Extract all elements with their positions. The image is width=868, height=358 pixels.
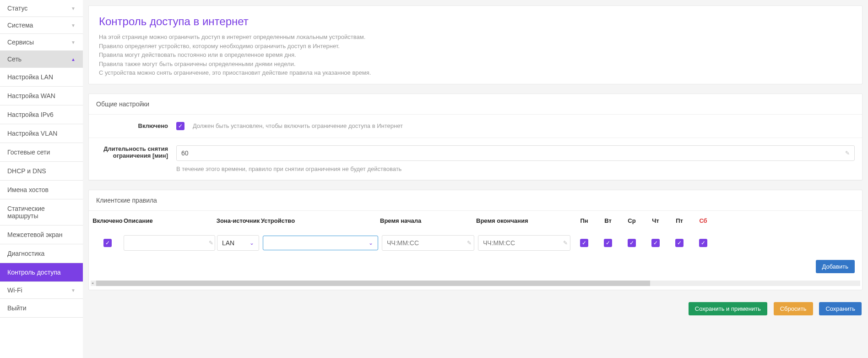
rule-desc-wrap: ✎: [124, 235, 215, 251]
rules-header-row: Включено Описание Зона-источник Устройст…: [89, 211, 862, 231]
chevron-down-icon: ▼: [71, 23, 76, 28]
client-rules-card: Клиентские правила Включено Описание Зон…: [88, 190, 863, 290]
day-fri-checkbox[interactable]: ✓: [675, 239, 684, 247]
reset-button[interactable]: Сбросить: [774, 302, 813, 315]
col-device: Устройство: [261, 217, 380, 224]
save-apply-button[interactable]: Сохранить и применить: [689, 302, 767, 315]
col-sat: Сб: [691, 217, 715, 224]
rule-row: ✓ ✎ LAN ⌄: [89, 231, 862, 255]
chevron-up-icon: ▲: [71, 57, 76, 62]
add-rule-button[interactable]: Добавить: [816, 260, 855, 273]
enabled-hint: Должен быть установлен, чтобы включить о…: [193, 122, 403, 129]
sidebar-item-access-control[interactable]: Контроль доступа: [0, 263, 83, 282]
rule-zone-select[interactable]: LAN ⌄: [217, 235, 259, 251]
sidebar-item-ipv6[interactable]: Настройка IPv6: [0, 105, 83, 124]
rule-start-time-input[interactable]: [387, 239, 467, 247]
scrollbar-thumb[interactable]: [96, 281, 650, 286]
menu-system[interactable]: Система▼: [0, 17, 83, 34]
sidebar-item-logout[interactable]: Выйти: [0, 299, 83, 318]
menu-wifi[interactable]: Wi-Fi▼: [0, 282, 83, 299]
sidebar-item-hostnames[interactable]: Имена хостов: [0, 181, 83, 199]
col-fri: Пт: [667, 217, 691, 224]
sidebar-item-wan[interactable]: Настройка WAN: [0, 87, 83, 105]
col-zone: Зона-источник: [215, 217, 261, 224]
rule-description-input[interactable]: [129, 239, 209, 247]
general-settings-card: Общие настройки Включено ✓ Должен быть у…: [88, 94, 863, 181]
col-tue: Вт: [596, 217, 620, 224]
menu-services[interactable]: Сервисы▼: [0, 34, 83, 51]
page-description: На этой странице можно ограничить доступ…: [99, 33, 852, 77]
col-mon: Пн: [572, 217, 596, 224]
chevron-down-icon: ▼: [71, 288, 76, 293]
menu-label: Сеть: [7, 55, 22, 63]
zone-value: LAN: [222, 239, 234, 247]
menu-label: Статус: [7, 5, 27, 12]
pencil-icon[interactable]: ✎: [845, 150, 850, 156]
rule-device-select[interactable]: ⌄: [263, 236, 378, 250]
rule-start-wrap: ✎: [382, 235, 474, 251]
chevron-down-icon: ⌄: [250, 240, 254, 246]
col-start-time: Время начала: [380, 217, 476, 224]
day-thu-checkbox[interactable]: ✓: [651, 239, 660, 247]
chevron-down-icon: ⌄: [369, 240, 373, 246]
sidebar-item-diagnostics[interactable]: Диагностика: [0, 244, 83, 263]
sidebar-item-firewall[interactable]: Межсетевой экран: [0, 226, 83, 244]
duration-input[interactable]: [181, 149, 845, 157]
pencil-icon[interactable]: ✎: [209, 240, 213, 246]
menu-status[interactable]: Статус▼: [0, 0, 83, 17]
menu-network[interactable]: Сеть▲: [0, 51, 83, 68]
day-sat-checkbox[interactable]: ✓: [699, 239, 707, 247]
horizontal-scrollbar[interactable]: [91, 281, 860, 286]
enabled-label: Включено: [96, 122, 176, 129]
sidebar-item-dhcp-dns[interactable]: DHCP и DNS: [0, 162, 83, 181]
menu-label: Система: [7, 22, 33, 29]
sidebar-item-guest[interactable]: Гостевые сети: [0, 143, 83, 162]
col-wed: Ср: [620, 217, 644, 224]
page-title: Контроль доступа в интернет: [99, 15, 852, 28]
col-end-time: Время окончания: [476, 217, 572, 224]
day-wed-checkbox[interactable]: ✓: [628, 239, 636, 247]
sidebar: Статус▼ Система▼ Сервисы▼ Сеть▲ Настройк…: [0, 0, 83, 358]
enabled-checkbox[interactable]: ✓: [176, 122, 184, 130]
duration-label: Длительность снятия ограничения [мин]: [96, 145, 176, 159]
pencil-icon[interactable]: ✎: [563, 240, 568, 246]
menu-label: Wi-Fi: [7, 286, 22, 294]
sidebar-item-static-routes[interactable]: Статические маршруты: [0, 199, 83, 226]
col-enabled: Включено: [92, 217, 124, 224]
general-section-title: Общие настройки: [89, 94, 862, 115]
rule-end-wrap: ✎: [478, 235, 570, 251]
sidebar-item-vlan[interactable]: Настройка VLAN: [0, 124, 83, 143]
rule-enabled-checkbox[interactable]: ✓: [103, 239, 112, 247]
rules-section-title: Клиентские правила: [89, 190, 862, 211]
save-button[interactable]: Сохранить: [819, 302, 862, 315]
main-content: Контроль доступа в интернет На этой стра…: [83, 0, 868, 358]
col-thu: Чт: [644, 217, 667, 224]
page-actions: Сохранить и применить Сбросить Сохранить: [88, 299, 863, 325]
pencil-icon[interactable]: ✎: [467, 240, 472, 246]
chevron-down-icon: ▼: [71, 6, 76, 11]
menu-label: Сервисы: [7, 39, 34, 46]
page-header-card: Контроль доступа в интернет На этой стра…: [88, 6, 863, 84]
col-description: Описание: [124, 217, 215, 224]
rule-end-time-input[interactable]: [483, 239, 563, 247]
chevron-down-icon: ▼: [71, 40, 76, 45]
duration-input-wrap: ✎: [176, 145, 855, 161]
day-mon-checkbox[interactable]: ✓: [580, 239, 588, 247]
duration-hint: В течение этого времени, правило при сня…: [176, 165, 855, 172]
sidebar-item-lan[interactable]: Настройка LAN: [0, 68, 83, 87]
day-tue-checkbox[interactable]: ✓: [604, 239, 612, 247]
